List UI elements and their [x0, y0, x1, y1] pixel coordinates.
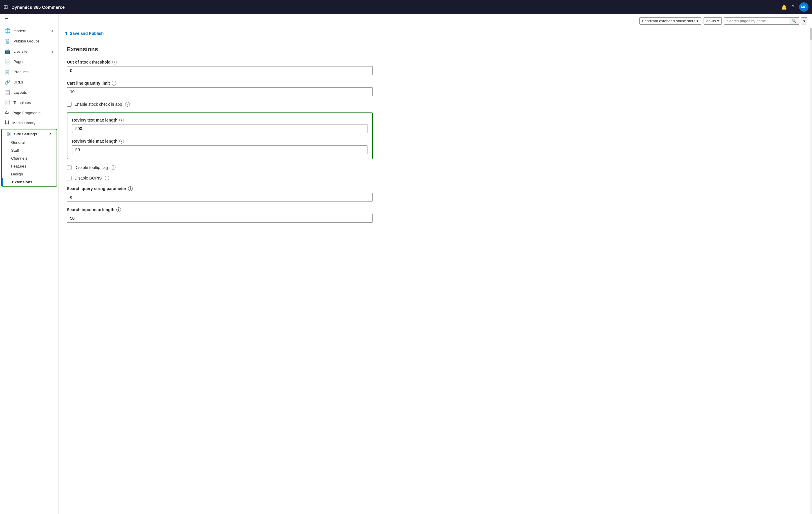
templates-icon: 📑 — [5, 100, 10, 105]
locale-selector[interactable]: en-us ▾ — [703, 17, 722, 25]
info-icon-search-input[interactable]: i — [116, 207, 121, 212]
search-button[interactable]: 🔍 — [789, 18, 799, 24]
checkbox-disable-bopis: Disable BOPIS i — [67, 176, 373, 180]
info-icon-review-title[interactable]: i — [119, 139, 124, 144]
field-label-cart-line-quantity: Cart line quantity limit i — [67, 81, 373, 86]
waffle-icon[interactable]: ⊞ — [3, 4, 8, 10]
field-label-review-text: Review text max length i — [72, 118, 368, 122]
scrollbar[interactable] — [810, 28, 812, 514]
input-cart-line-quantity[interactable] — [67, 87, 373, 96]
input-review-title-max-length[interactable] — [72, 145, 368, 154]
sidebar-item-page-fragments-label: Page Fragments — [12, 111, 40, 115]
layouts-icon: 📋 — [5, 90, 10, 95]
page-search-bar: 🔍 — [724, 17, 799, 25]
page-title: Extensions — [67, 46, 373, 53]
sidebar-item-publish-groups[interactable]: 📡 Publish Groups — [0, 36, 58, 46]
sidebar-sub-extensions[interactable]: Extensions — [2, 178, 57, 186]
field-label-search-input-max: Search input max length i — [67, 207, 373, 212]
checkbox-disable-bopis-input[interactable] — [67, 176, 71, 180]
chevron-up-icon-settings: ∧ — [49, 132, 52, 136]
field-search-query-string: Search query string parameter i — [67, 186, 373, 202]
save-publish-button[interactable]: ⬆ Save and Publish — [64, 31, 104, 36]
sidebar-item-products[interactable]: 🛒 Products — [0, 67, 58, 77]
hamburger-icon: ☰ — [5, 18, 8, 22]
sidebar-item-media-library[interactable]: 🖼 Media Library — [0, 118, 58, 128]
globe-icon: 🌐 — [5, 28, 10, 34]
locale-chevron-icon: ▾ — [717, 19, 719, 23]
sidebar-item-live-site-label: Live site — [13, 49, 28, 54]
info-icon-disable-bopis[interactable]: i — [105, 176, 109, 180]
sidebar-sub-design[interactable]: Design — [2, 170, 57, 178]
upload-icon: ⬆ — [64, 31, 68, 36]
sidebar-sub-general[interactable]: General — [2, 139, 57, 146]
scrollbar-thumb[interactable] — [810, 28, 812, 40]
sidebar-item-products-label: Products — [13, 70, 28, 74]
checkbox-enable-stock-check: Enable stock check in app i — [67, 102, 373, 107]
page-fragments-icon: 🗂 — [5, 110, 9, 115]
field-review-text-max-length: Review text max length i — [72, 118, 368, 133]
info-icon-search-query[interactable]: i — [128, 186, 133, 191]
publish-icon: 📡 — [5, 38, 10, 44]
sidebar-item-modern-label: modern — [13, 29, 26, 33]
checkbox-stock-check-input[interactable] — [67, 102, 71, 107]
sidebar-item-layouts-label: Layouts — [13, 90, 27, 95]
sidebar-item-urls-label: URLs — [13, 80, 23, 84]
checkbox-disable-tooltip-input[interactable] — [67, 165, 71, 170]
sidebar-item-templates-label: Templates — [13, 100, 31, 105]
info-icon-review-text[interactable]: i — [119, 118, 124, 122]
site-settings-icon: ⚙️ — [6, 132, 11, 136]
help-icon[interactable]: ? — [792, 4, 794, 10]
sidebar-item-publish-groups-label: Publish Groups — [13, 39, 39, 43]
sidebar-item-live-site[interactable]: 📺 Live site ∨ — [0, 46, 58, 57]
sidebar-item-media-library-label: Media Library — [12, 121, 35, 125]
sidebar-item-page-fragments[interactable]: 🗂 Page Fragments — [0, 108, 58, 118]
highlighted-review-group: Review text max length i Review title ma… — [67, 113, 373, 159]
urls-icon: 🔗 — [5, 79, 10, 85]
page-body: Extensions Out of stock threshold i Cart… — [59, 39, 381, 236]
search-pages-input[interactable] — [724, 18, 789, 24]
store-selector[interactable]: Fabrikam extended online store ▾ — [639, 17, 701, 25]
input-search-input-max-length[interactable] — [67, 214, 373, 222]
sidebar-sub-staff[interactable]: Staff — [2, 146, 57, 154]
sidebar-item-site-settings[interactable]: ⚙️ Site Settings ∧ — [2, 129, 57, 139]
live-site-icon: 📺 — [5, 49, 10, 54]
sidebar: ☰ 🌐 modern ∧ 📡 Publish Groups 📺 Live sit… — [0, 14, 59, 514]
field-review-title-max-length: Review title max length i — [72, 139, 368, 154]
avatar[interactable]: MG — [799, 2, 809, 12]
sidebar-sub-features[interactable]: Features — [2, 162, 57, 170]
store-chevron-icon: ▾ — [697, 19, 699, 23]
field-label-review-title: Review title max length i — [72, 139, 368, 144]
info-icon-disable-tooltip[interactable]: i — [111, 165, 115, 170]
input-out-of-stock-threshold[interactable] — [67, 66, 373, 75]
media-library-icon: 🖼 — [5, 120, 9, 125]
sidebar-item-layouts[interactable]: 📋 Layouts — [0, 87, 58, 97]
input-search-query-string[interactable] — [67, 193, 373, 202]
search-expand-button[interactable]: ▾ — [802, 17, 807, 25]
info-icon-stock-check[interactable]: i — [125, 102, 130, 107]
chevron-down-icon: ∨ — [51, 50, 54, 54]
sidebar-item-site-settings-label: Site Settings — [14, 132, 37, 136]
main-content-area: ⬆ Save and Publish Extensions Out of sto… — [59, 28, 812, 514]
checkbox-disable-tooltip: Disable tooltip flag i — [67, 165, 373, 170]
sidebar-item-pages[interactable]: 📄 Pages — [0, 57, 58, 67]
action-bar: ⬆ Save and Publish — [59, 28, 812, 39]
field-search-input-max-length: Search input max length i — [67, 207, 373, 222]
top-navigation-bar: ⊞ Dynamics 365 Commerce 🔔 ? MG — [0, 0, 812, 14]
field-out-of-stock-threshold: Out of stock threshold i — [67, 60, 373, 75]
sidebar-sub-channels[interactable]: Channels — [2, 154, 57, 162]
info-icon-out-of-stock[interactable]: i — [112, 60, 117, 64]
sidebar-item-modern[interactable]: 🌐 modern ∧ — [0, 26, 58, 36]
field-label-search-query: Search query string parameter i — [67, 186, 373, 191]
sidebar-toggle[interactable]: ☰ — [0, 14, 58, 26]
pages-icon: 📄 — [5, 59, 10, 64]
sidebar-item-templates[interactable]: 📑 Templates — [0, 97, 58, 108]
notification-icon[interactable]: 🔔 — [781, 4, 787, 10]
field-label-out-of-stock: Out of stock threshold i — [67, 60, 373, 64]
input-review-text-max-length[interactable] — [72, 124, 368, 133]
info-icon-cart-line[interactable]: i — [112, 81, 116, 86]
sidebar-item-urls[interactable]: 🔗 URLs — [0, 77, 58, 87]
field-cart-line-quantity: Cart line quantity limit i — [67, 81, 373, 96]
store-bar: Fabrikam extended online store ▾ en-us ▾… — [59, 14, 812, 28]
chevron-up-icon: ∧ — [51, 29, 54, 33]
products-icon: 🛒 — [5, 69, 10, 75]
